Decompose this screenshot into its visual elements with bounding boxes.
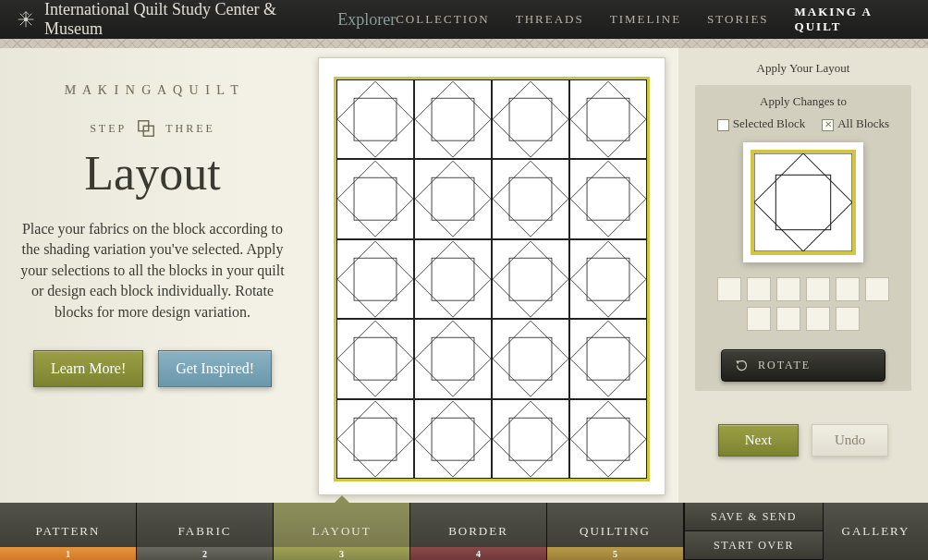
- undo-button[interactable]: Undo: [812, 424, 888, 457]
- main-content: M A K I N G A Q U I L T STEP THREE Layou…: [0, 48, 928, 503]
- swatch-2[interactable]: [747, 277, 771, 301]
- quilt-block[interactable]: [492, 319, 569, 398]
- svg-rect-28: [587, 418, 629, 460]
- tab-layout[interactable]: LAYOUT3: [274, 503, 410, 560]
- site-title: International Quilt Study Center & Museu…: [44, 0, 332, 39]
- nav-timeline[interactable]: TIMELINE: [610, 12, 681, 27]
- get-inspired-button[interactable]: Get Inspired!: [158, 350, 272, 387]
- step-row: STEP THREE: [9, 118, 296, 139]
- tab-number: 5: [547, 547, 683, 560]
- svg-rect-20: [587, 258, 629, 300]
- apply-changes-label: Apply Changes to: [704, 94, 902, 109]
- logo-icon: [17, 10, 35, 29]
- rotate-icon: [735, 359, 749, 372]
- swatch-9[interactable]: [806, 307, 830, 331]
- next-button[interactable]: Next: [718, 424, 799, 457]
- radio-selected-block-label: Selected Block: [733, 116, 805, 130]
- svg-rect-19: [509, 258, 552, 300]
- learn-more-button[interactable]: Learn More!: [33, 350, 143, 387]
- svg-rect-29: [754, 153, 852, 251]
- right-panel: Apply Your Layout Apply Changes to Selec…: [678, 48, 928, 503]
- quilt-block[interactable]: [569, 79, 647, 159]
- nav-threads[interactable]: THREADS: [516, 12, 584, 27]
- gallery-tab[interactable]: GALLERY: [823, 503, 928, 560]
- swatch-4[interactable]: [806, 277, 830, 301]
- svg-rect-9: [354, 98, 397, 140]
- tab-number: 1: [0, 547, 136, 560]
- radio-all-blocks[interactable]: [822, 119, 834, 131]
- quilt-block[interactable]: [336, 79, 414, 159]
- kicker-label: M A K I N G A Q U I L T: [8, 83, 297, 98]
- svg-rect-24: [587, 337, 629, 380]
- apply-layout-title: Apply Your Layout: [695, 61, 911, 76]
- quilt-block[interactable]: [414, 239, 492, 319]
- step-word: STEP: [90, 122, 127, 136]
- swatch-1[interactable]: [717, 277, 741, 301]
- quilt-block[interactable]: [336, 239, 414, 319]
- tab-quilting[interactable]: QUILTING5: [547, 503, 684, 560]
- svg-line-6: [26, 12, 29, 15]
- center-panel: [305, 48, 678, 503]
- svg-rect-27: [509, 418, 552, 460]
- tab-number: 4: [410, 547, 546, 560]
- radio-all-blocks-wrap[interactable]: All Blocks: [822, 116, 889, 131]
- tab-label: BORDER: [448, 524, 508, 539]
- quilt-block[interactable]: [569, 319, 647, 398]
- radio-selected-block-wrap[interactable]: Selected Block: [717, 116, 805, 131]
- swatch-5[interactable]: [836, 277, 860, 301]
- swatch-8[interactable]: [776, 307, 800, 331]
- footer-tabs: PATTERN1FABRIC2LAYOUT3BORDER4QUILTING5: [0, 503, 684, 560]
- swatch-10[interactable]: [836, 307, 860, 331]
- step-number: THREE: [165, 122, 215, 136]
- rotate-label: ROTATE: [758, 359, 811, 372]
- nav-making-a-quilt[interactable]: MAKING A QUILT: [795, 5, 911, 34]
- swatch-grid: [704, 277, 902, 331]
- step-icon: [136, 118, 156, 139]
- tab-fabric[interactable]: FABRIC2: [137, 503, 274, 560]
- svg-rect-16: [587, 178, 629, 221]
- quilt-block[interactable]: [492, 79, 569, 159]
- tab-number: 2: [137, 547, 273, 560]
- svg-rect-10: [432, 98, 474, 140]
- start-over-button[interactable]: START OVER: [684, 531, 823, 560]
- svg-line-5: [23, 12, 26, 15]
- quilt-block[interactable]: [336, 319, 414, 398]
- page-title: Layout: [9, 146, 296, 201]
- quilt-block[interactable]: [336, 159, 414, 238]
- quilt-block[interactable]: [414, 79, 492, 159]
- svg-rect-11: [509, 98, 552, 140]
- quilt-block[interactable]: [492, 239, 569, 319]
- step-description: Place your fabrics on the block accordin…: [9, 219, 296, 323]
- svg-rect-18: [432, 258, 474, 300]
- swatch-3[interactable]: [776, 277, 800, 301]
- svg-rect-15: [509, 178, 552, 221]
- quilt-block[interactable]: [492, 159, 569, 238]
- rotate-button[interactable]: ROTATE: [721, 349, 885, 382]
- svg-rect-12: [587, 98, 629, 140]
- svg-rect-21: [354, 337, 397, 380]
- quilt-block[interactable]: [569, 159, 647, 238]
- quilt-block[interactable]: [414, 159, 492, 238]
- svg-rect-25: [354, 418, 397, 460]
- swatch-6[interactable]: [865, 277, 889, 301]
- radio-selected-block[interactable]: [717, 119, 729, 131]
- save-send-button[interactable]: SAVE & SEND: [684, 503, 823, 531]
- tab-pattern[interactable]: PATTERN1: [0, 503, 137, 560]
- quilt-canvas: [318, 57, 665, 495]
- quilt-block[interactable]: [336, 399, 414, 479]
- footer: PATTERN1FABRIC2LAYOUT3BORDER4QUILTING5 S…: [0, 503, 928, 560]
- svg-rect-14: [432, 178, 474, 221]
- tab-border[interactable]: BORDER4: [410, 503, 547, 560]
- block-preview-inner: [751, 150, 856, 255]
- quilt-grid[interactable]: [336, 79, 647, 479]
- quilt-block[interactable]: [569, 239, 647, 319]
- tab-label: LAYOUT: [311, 524, 371, 539]
- quilt-block[interactable]: [414, 399, 492, 479]
- nav-stories[interactable]: STORIES: [707, 12, 769, 27]
- quilt-block[interactable]: [492, 399, 569, 479]
- tab-label: PATTERN: [36, 524, 101, 539]
- quilt-block[interactable]: [414, 319, 492, 398]
- nav-collection[interactable]: COLLECTION: [396, 12, 490, 27]
- quilt-block[interactable]: [569, 399, 647, 479]
- swatch-7[interactable]: [747, 307, 771, 331]
